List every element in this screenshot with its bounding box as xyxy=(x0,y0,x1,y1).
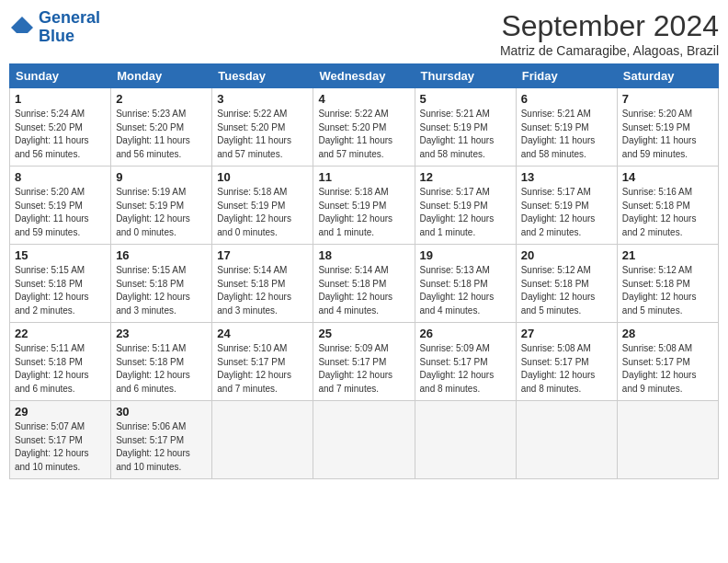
calendar-cell: 14Sunrise: 5:16 AM Sunset: 5:18 PM Dayli… xyxy=(617,167,718,245)
calendar-cell: 22Sunrise: 5:11 AM Sunset: 5:18 PM Dayli… xyxy=(10,323,111,401)
calendar-row: 1Sunrise: 5:24 AM Sunset: 5:20 PM Daylig… xyxy=(10,88,719,167)
calendar-cell: 8Sunrise: 5:20 AM Sunset: 5:19 PM Daylig… xyxy=(10,167,111,245)
day-info: Sunrise: 5:11 AM Sunset: 5:18 PM Dayligh… xyxy=(15,342,106,396)
calendar-row: 29Sunrise: 5:07 AM Sunset: 5:17 PM Dayli… xyxy=(10,401,719,479)
day-info: Sunrise: 5:14 AM Sunset: 5:18 PM Dayligh… xyxy=(318,264,409,317)
day-info: Sunrise: 5:24 AM Sunset: 5:20 PM Dayligh… xyxy=(15,108,106,161)
day-number: 18 xyxy=(318,248,409,262)
calendar-cell: 28Sunrise: 5:08 AM Sunset: 5:17 PM Dayli… xyxy=(617,323,718,401)
day-number: 12 xyxy=(420,170,511,184)
calendar-cell: 26Sunrise: 5:09 AM Sunset: 5:17 PM Dayli… xyxy=(415,323,516,401)
day-info: Sunrise: 5:21 AM Sunset: 5:19 PM Dayligh… xyxy=(420,108,511,161)
day-number: 22 xyxy=(15,327,106,340)
calendar-row: 15Sunrise: 5:15 AM Sunset: 5:18 PM Dayli… xyxy=(10,245,719,323)
day-info: Sunrise: 5:11 AM Sunset: 5:18 PM Dayligh… xyxy=(116,342,207,396)
calendar-cell: 30Sunrise: 5:06 AM Sunset: 5:17 PM Dayli… xyxy=(111,401,212,479)
day-number: 3 xyxy=(217,92,308,106)
calendar-row: 8Sunrise: 5:20 AM Sunset: 5:19 PM Daylig… xyxy=(10,167,719,245)
day-info: Sunrise: 5:20 AM Sunset: 5:19 PM Dayligh… xyxy=(622,108,713,161)
page-header: General Blue September 2024 Matriz de Ca… xyxy=(9,9,719,58)
logo: General Blue xyxy=(9,9,100,46)
location-title: Matriz de Camaragibe, Alagoas, Brazil xyxy=(500,43,719,58)
calendar-cell: 13Sunrise: 5:17 AM Sunset: 5:19 PM Dayli… xyxy=(516,167,617,245)
day-info: Sunrise: 5:19 AM Sunset: 5:19 PM Dayligh… xyxy=(116,186,207,239)
day-number: 1 xyxy=(15,92,106,106)
day-number: 2 xyxy=(116,92,207,106)
day-info: Sunrise: 5:13 AM Sunset: 5:18 PM Dayligh… xyxy=(420,264,511,317)
calendar-cell: 10Sunrise: 5:18 AM Sunset: 5:19 PM Dayli… xyxy=(212,167,313,245)
calendar-cell xyxy=(617,401,718,479)
logo-icon xyxy=(9,15,35,40)
calendar-cell: 29Sunrise: 5:07 AM Sunset: 5:17 PM Dayli… xyxy=(10,401,111,479)
calendar-cell xyxy=(516,401,617,479)
day-number: 26 xyxy=(420,327,511,340)
day-number: 13 xyxy=(521,170,612,184)
title-block: September 2024 Matriz de Camaragibe, Ala… xyxy=(500,9,719,58)
logo-text: General Blue xyxy=(39,9,100,46)
calendar-cell xyxy=(313,401,415,479)
day-number: 15 xyxy=(15,248,106,262)
calendar-cell: 6Sunrise: 5:21 AM Sunset: 5:19 PM Daylig… xyxy=(516,88,617,167)
th-monday: Monday xyxy=(111,64,212,88)
day-number: 25 xyxy=(318,327,409,340)
day-info: Sunrise: 5:18 AM Sunset: 5:19 PM Dayligh… xyxy=(217,186,308,239)
logo-blue: Blue xyxy=(39,27,74,45)
calendar-cell: 1Sunrise: 5:24 AM Sunset: 5:20 PM Daylig… xyxy=(10,88,111,167)
th-friday: Friday xyxy=(516,64,617,88)
day-info: Sunrise: 5:07 AM Sunset: 5:17 PM Dayligh… xyxy=(15,420,106,474)
calendar-cell: 4Sunrise: 5:22 AM Sunset: 5:20 PM Daylig… xyxy=(313,88,415,167)
calendar-table: Sunday Monday Tuesday Wednesday Thursday… xyxy=(9,63,719,479)
calendar-cell: 16Sunrise: 5:15 AM Sunset: 5:18 PM Dayli… xyxy=(111,245,212,323)
day-info: Sunrise: 5:15 AM Sunset: 5:18 PM Dayligh… xyxy=(15,264,106,317)
day-number: 27 xyxy=(521,327,612,340)
calendar-cell: 15Sunrise: 5:15 AM Sunset: 5:18 PM Dayli… xyxy=(10,245,111,323)
day-info: Sunrise: 5:16 AM Sunset: 5:18 PM Dayligh… xyxy=(622,186,713,239)
calendar-cell: 27Sunrise: 5:08 AM Sunset: 5:17 PM Dayli… xyxy=(516,323,617,401)
day-info: Sunrise: 5:08 AM Sunset: 5:17 PM Dayligh… xyxy=(622,342,713,396)
svg-marker-0 xyxy=(11,17,33,33)
day-number: 14 xyxy=(622,170,713,184)
th-sunday: Sunday xyxy=(10,64,111,88)
day-info: Sunrise: 5:18 AM Sunset: 5:19 PM Dayligh… xyxy=(318,186,409,239)
day-number: 6 xyxy=(521,92,612,106)
day-number: 17 xyxy=(217,248,308,262)
weekday-header-row: Sunday Monday Tuesday Wednesday Thursday… xyxy=(10,64,719,88)
day-number: 28 xyxy=(622,327,713,340)
day-number: 30 xyxy=(116,405,207,419)
day-number: 29 xyxy=(15,405,106,419)
calendar-cell: 21Sunrise: 5:12 AM Sunset: 5:18 PM Dayli… xyxy=(617,245,718,323)
calendar-cell: 12Sunrise: 5:17 AM Sunset: 5:19 PM Dayli… xyxy=(415,167,516,245)
th-saturday: Saturday xyxy=(617,64,718,88)
calendar-cell: 17Sunrise: 5:14 AM Sunset: 5:18 PM Dayli… xyxy=(212,245,313,323)
day-info: Sunrise: 5:06 AM Sunset: 5:17 PM Dayligh… xyxy=(116,420,207,474)
day-info: Sunrise: 5:12 AM Sunset: 5:18 PM Dayligh… xyxy=(521,264,612,317)
day-number: 9 xyxy=(116,170,207,184)
day-info: Sunrise: 5:23 AM Sunset: 5:20 PM Dayligh… xyxy=(116,108,207,161)
calendar-row: 22Sunrise: 5:11 AM Sunset: 5:18 PM Dayli… xyxy=(10,323,719,401)
calendar-cell: 9Sunrise: 5:19 AM Sunset: 5:19 PM Daylig… xyxy=(111,167,212,245)
calendar-cell xyxy=(415,401,516,479)
day-info: Sunrise: 5:08 AM Sunset: 5:17 PM Dayligh… xyxy=(521,342,612,396)
day-info: Sunrise: 5:09 AM Sunset: 5:17 PM Dayligh… xyxy=(420,342,511,396)
day-info: Sunrise: 5:09 AM Sunset: 5:17 PM Dayligh… xyxy=(318,342,409,396)
day-number: 8 xyxy=(15,170,106,184)
calendar-cell: 19Sunrise: 5:13 AM Sunset: 5:18 PM Dayli… xyxy=(415,245,516,323)
calendar-cell: 7Sunrise: 5:20 AM Sunset: 5:19 PM Daylig… xyxy=(617,88,718,167)
month-title: September 2024 xyxy=(500,9,719,43)
day-info: Sunrise: 5:15 AM Sunset: 5:18 PM Dayligh… xyxy=(116,264,207,317)
day-info: Sunrise: 5:17 AM Sunset: 5:19 PM Dayligh… xyxy=(521,186,612,239)
th-thursday: Thursday xyxy=(415,64,516,88)
calendar-cell: 24Sunrise: 5:10 AM Sunset: 5:17 PM Dayli… xyxy=(212,323,313,401)
calendar-cell: 5Sunrise: 5:21 AM Sunset: 5:19 PM Daylig… xyxy=(415,88,516,167)
calendar-cell xyxy=(212,401,313,479)
calendar-cell: 2Sunrise: 5:23 AM Sunset: 5:20 PM Daylig… xyxy=(111,88,212,167)
day-info: Sunrise: 5:17 AM Sunset: 5:19 PM Dayligh… xyxy=(420,186,511,239)
day-info: Sunrise: 5:22 AM Sunset: 5:20 PM Dayligh… xyxy=(217,108,308,161)
day-number: 19 xyxy=(420,248,511,262)
day-info: Sunrise: 5:22 AM Sunset: 5:20 PM Dayligh… xyxy=(318,108,409,161)
calendar-cell: 3Sunrise: 5:22 AM Sunset: 5:20 PM Daylig… xyxy=(212,88,313,167)
day-number: 7 xyxy=(622,92,713,106)
calendar-cell: 25Sunrise: 5:09 AM Sunset: 5:17 PM Dayli… xyxy=(313,323,415,401)
day-info: Sunrise: 5:14 AM Sunset: 5:18 PM Dayligh… xyxy=(217,264,308,317)
th-tuesday: Tuesday xyxy=(212,64,313,88)
